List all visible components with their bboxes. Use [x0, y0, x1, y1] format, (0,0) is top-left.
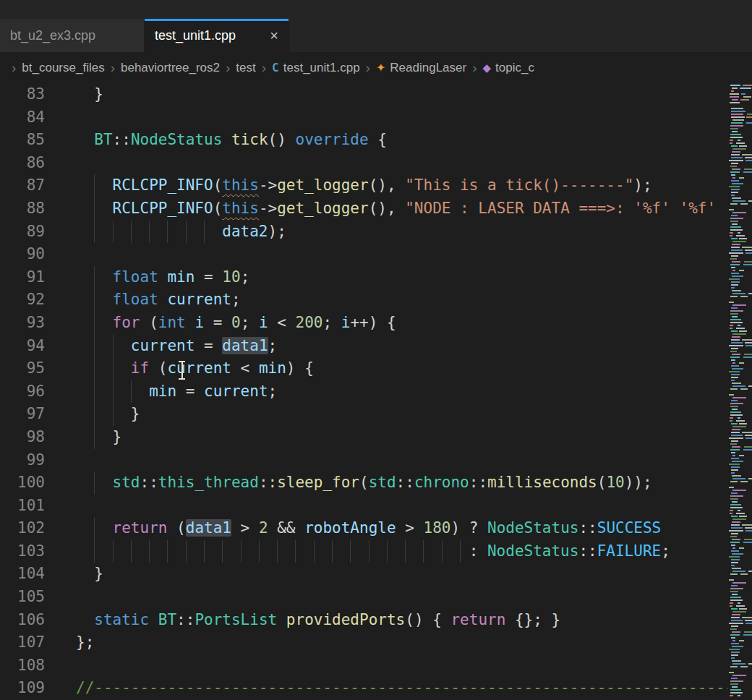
line-number[interactable]: 86	[0, 152, 45, 175]
code-line[interactable]: 96 min = current;	[0, 380, 752, 404]
minimap-line	[731, 114, 744, 115]
minimap-line	[730, 140, 733, 141]
minimap-line	[730, 414, 743, 416]
line-number[interactable]: 93	[0, 312, 45, 335]
code-line[interactable]: 108	[0, 654, 752, 678]
code-line[interactable]: 105	[0, 586, 752, 609]
minimap-line	[729, 579, 733, 581]
code-line[interactable]: 90	[0, 243, 752, 266]
minimap[interactable]	[728, 83, 752, 700]
line-number[interactable]: 108	[0, 654, 45, 678]
minimap-line	[729, 672, 733, 673]
code-line[interactable]: 101	[0, 495, 752, 518]
chevron-right-icon: ›	[12, 61, 16, 74]
minimap-line	[740, 573, 747, 575]
minimap-line	[731, 111, 745, 112]
line-number[interactable]: 83	[0, 83, 45, 106]
code-line[interactable]: 91 float min = 10;	[0, 266, 752, 289]
minimap-line	[740, 88, 751, 89]
line-number[interactable]: 95	[0, 357, 45, 380]
code-line[interactable]: 86	[0, 152, 752, 175]
breadcrumb-item-test_unit1.cpp[interactable]: Ctest_unit1.cpp	[272, 61, 360, 75]
code-line-text: //--------------------------------------…	[76, 677, 752, 700]
minimap-line	[730, 142, 732, 144]
code-line[interactable]: 95 if (current < min) {	[0, 357, 752, 380]
code-line[interactable]: 100 std::this_thread::sleep_for(std::chr…	[0, 471, 752, 495]
line-number[interactable]: 105	[0, 586, 45, 609]
line-number[interactable]: 96	[0, 380, 45, 404]
line-number[interactable]: 91	[0, 266, 45, 289]
minimap-line	[731, 108, 743, 109]
line-number[interactable]: 98	[0, 426, 45, 449]
minimap-line	[730, 235, 732, 236]
tab-test_unit1.cpp[interactable]: test_unit1.cpp×	[145, 19, 289, 52]
line-number[interactable]: 87	[0, 174, 45, 197]
line-number[interactable]: 88	[0, 197, 45, 221]
minimap-line	[732, 119, 745, 121]
code-line[interactable]: 99	[0, 449, 752, 472]
code-line-text: }	[76, 83, 103, 106]
minimap-line	[744, 354, 752, 355]
line-number[interactable]: 101	[0, 495, 45, 518]
code-line[interactable]: 104 }	[0, 563, 752, 586]
line-number[interactable]: 99	[0, 449, 45, 472]
minimap-line	[743, 357, 752, 358]
code-line[interactable]: 103 : NodeStatus::FAILURE;	[0, 540, 752, 563]
code-line[interactable]: 106 static BT::PortsList providedPorts()…	[0, 609, 752, 632]
minimap-line	[745, 160, 752, 161]
minimap-line	[744, 168, 752, 170]
minimap-line	[730, 689, 741, 691]
breadcrumb-item-behaviortree_ros2[interactable]: behaviortree_ros2	[121, 61, 220, 75]
minimap-line	[731, 637, 735, 639]
tab-label: bt_u2_ex3.cpp	[10, 28, 95, 43]
tab-bt_u2_ex3.cpp[interactable]: bt_u2_ex3.cpp	[0, 19, 145, 52]
line-number[interactable]: 84	[0, 106, 45, 129]
line-number[interactable]: 92	[0, 289, 45, 312]
code-area[interactable]: 83 }8485 BT::NodeStatus tick() override …	[0, 83, 752, 700]
breadcrumb-item-topic_c[interactable]: ◆topic_c	[483, 61, 534, 75]
minimap-line	[730, 171, 740, 173]
code-line[interactable]: 87 RCLCPP_INFO(this->get_logger(), "This…	[0, 174, 752, 197]
breadcrumb-item-ReadingLaser[interactable]: ✦ReadingLaser	[376, 61, 466, 75]
code-line[interactable]: 89 data2);	[0, 221, 752, 244]
minimap-line	[730, 510, 733, 511]
code-line[interactable]: 92 float current;	[0, 289, 752, 312]
code-line[interactable]: 94 current = data1;	[0, 335, 752, 358]
code-line[interactable]: 84	[0, 106, 752, 129]
minimap-line	[731, 174, 735, 176]
minimap-line	[732, 200, 745, 202]
line-number[interactable]: 109	[0, 677, 45, 700]
line-number[interactable]: 89	[0, 221, 45, 244]
breadcrumb-item-bt_course_files[interactable]: bt_course_files	[22, 61, 104, 75]
minimap-line	[745, 342, 752, 343]
code-line[interactable]: 98 }	[0, 426, 752, 449]
line-number[interactable]: 85	[0, 129, 45, 152]
minimap-line	[729, 394, 733, 396]
minimap-line	[743, 542, 752, 543]
code-line[interactable]: 85 BT::NodeStatus tick() override {	[0, 129, 752, 152]
line-number[interactable]: 107	[0, 631, 45, 654]
minimap-line	[730, 597, 741, 598]
editor-pane[interactable]: 83 }8485 BT::NodeStatus tick() override …	[0, 83, 752, 700]
code-line[interactable]: 88 RCLCPP_INFO(this->get_logger(), "NODE…	[0, 197, 752, 221]
code-line[interactable]: 93 for (int i = 0; i < 200; i++) {	[0, 312, 752, 335]
line-number[interactable]: 90	[0, 243, 45, 266]
line-number[interactable]: 103	[0, 540, 45, 563]
line-number[interactable]: 102	[0, 517, 45, 540]
line-number[interactable]: 104	[0, 563, 45, 586]
code-line[interactable]: 102 return (data1 > 2 && robotAngle > 18…	[0, 517, 752, 540]
line-number[interactable]: 100	[0, 471, 45, 495]
minimap-line	[730, 125, 743, 127]
code-line[interactable]: 97 }	[0, 403, 752, 426]
line-number[interactable]: 97	[0, 403, 45, 426]
code-line[interactable]: 107};	[0, 631, 752, 654]
line-number[interactable]: 94	[0, 335, 45, 358]
code-line[interactable]: 109//-----------------------------------…	[0, 677, 752, 700]
minimap-line	[731, 122, 743, 124]
close-icon[interactable]: ×	[270, 28, 278, 43]
line-number[interactable]: 106	[0, 609, 45, 632]
minimap-line	[732, 241, 746, 242]
code-line[interactable]: 83 }	[0, 83, 752, 106]
breadcrumb-item-test[interactable]: test	[236, 61, 255, 75]
minimap-line	[731, 215, 738, 216]
